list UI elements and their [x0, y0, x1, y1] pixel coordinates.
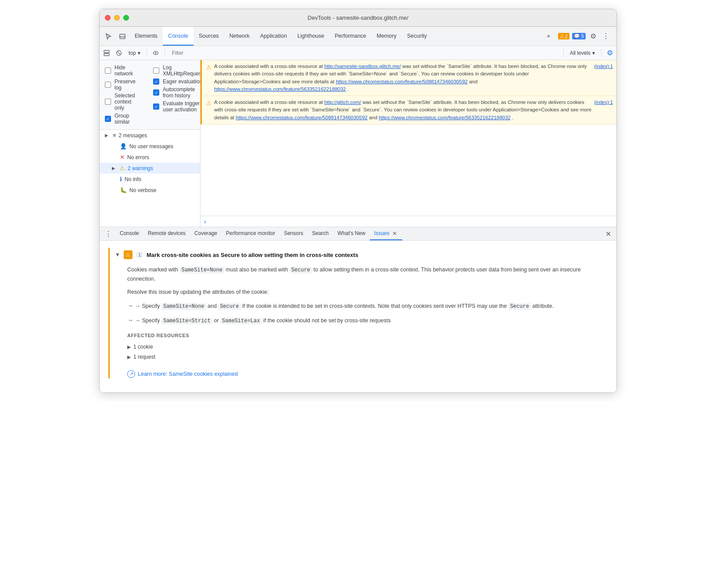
- issue-header[interactable]: ▼ ⚠ 1 Mark cross-site cookies as Secure …: [115, 248, 608, 262]
- close-button[interactable]: [105, 15, 111, 21]
- warn-link-2b[interactable]: https://www.chromestatus.com/feature/508…: [236, 115, 367, 120]
- messages-icon: ≡: [113, 132, 116, 139]
- autocomplete-history-checkbox[interactable]: [153, 89, 159, 96]
- tab-application[interactable]: Application: [255, 27, 292, 46]
- prompt-arrow: ›: [204, 218, 206, 225]
- tab-performance[interactable]: Performance: [329, 27, 372, 46]
- warn-link-2c[interactable]: https://www.chromestatus.com/feature/563…: [379, 115, 510, 120]
- option-eager-eval: Eager evaluation: [153, 78, 200, 86]
- filter-input[interactable]: [168, 50, 560, 56]
- log-xhr-checkbox[interactable]: [153, 68, 159, 74]
- maximize-button[interactable]: [123, 15, 129, 21]
- issue-count: 1: [136, 252, 143, 258]
- tab-lighthouse[interactable]: Lighthouse: [292, 27, 329, 46]
- group-similar-checkbox[interactable]: [105, 116, 111, 122]
- option-group-similar: Group similar: [105, 112, 136, 126]
- sidebar-expander-warnings: ▶: [112, 166, 117, 171]
- option-log-xhr: Log XMLHttpRequests: [153, 64, 200, 78]
- warn-link-2a[interactable]: http://glitch.com/: [324, 100, 361, 105]
- separator4: [601, 49, 601, 57]
- warn-source-2[interactable]: (index):1: [594, 99, 613, 106]
- eye-icon[interactable]: [150, 48, 161, 58]
- warn-triangle-icon-1: ⚠: [206, 63, 211, 72]
- bottom-section: ▼ ⚠ 1 Mark cross-site cookies as Secure …: [100, 241, 616, 392]
- sidebar-verbose[interactable]: 🐛 No verbose: [100, 185, 200, 196]
- warn-link-1c[interactable]: https://www.chromestatus.com/feature/563…: [214, 86, 346, 92]
- bottom-tab-search[interactable]: Search: [308, 227, 333, 240]
- tab-elements[interactable]: Elements: [129, 27, 163, 46]
- code-step1-secure2: Secure: [508, 303, 531, 310]
- sidebar-errors[interactable]: ✕ No errors: [100, 152, 200, 163]
- levels-select[interactable]: All levels ▾: [567, 49, 598, 57]
- tab-network[interactable]: Network: [224, 27, 255, 46]
- code-step2-lax: SameSite=Lax: [220, 317, 261, 324]
- settings-button[interactable]: ⚙: [588, 30, 598, 42]
- issue-expand-icon: ▼: [115, 252, 120, 258]
- bottom-tab-performance-monitor[interactable]: Performance monitor: [222, 227, 279, 240]
- bottom-tab-menu-icon[interactable]: ⋮: [101, 230, 115, 238]
- info-badge: 💬 5: [572, 33, 586, 39]
- code-samesite-none: SameSite=None: [180, 267, 225, 274]
- title-bar: DevTools - samesite-sandbox.glitch.me/: [100, 9, 616, 27]
- eager-eval-checkbox[interactable]: [153, 78, 159, 85]
- code-step2-strict: SameSite=Strict: [161, 317, 212, 324]
- sidebar-info[interactable]: ℹ No info: [100, 174, 200, 185]
- sidebar-user-messages[interactable]: 👤 No user messages: [100, 141, 200, 152]
- sidebar-messages[interactable]: ▶ ≡ 2 messages: [100, 130, 200, 141]
- affected-request[interactable]: ▶ 1 request: [127, 352, 608, 362]
- svg-line-5: [117, 51, 121, 55]
- tab-sources[interactable]: Sources: [193, 27, 224, 46]
- preserve-log-checkbox[interactable]: [105, 82, 111, 88]
- drawer-icon[interactable]: [115, 27, 129, 46]
- bottom-tab-console[interactable]: Console: [115, 227, 143, 240]
- warn-link-1b[interactable]: https://www.chromestatus.com/feature/508…: [336, 79, 467, 84]
- warning-message-1: ⚠ A cookie associated with a cross-site …: [200, 60, 616, 96]
- bottom-tab-remote-devices[interactable]: Remote devices: [143, 227, 190, 240]
- issues-panel: ▼ ⚠ 1 Mark cross-site cookies as Secure …: [100, 241, 616, 392]
- bottom-tab-bar: ⋮ Console Remote devices Coverage Perfor…: [100, 227, 616, 241]
- console-settings-icon[interactable]: ⚙: [605, 47, 615, 59]
- bottom-tab-whats-new[interactable]: What's New: [333, 227, 370, 240]
- context-selector[interactable]: top ▾: [126, 49, 143, 57]
- devtools-tab-bar: Elements Console Sources Network Applica…: [100, 27, 616, 46]
- tab-more[interactable]: »: [542, 33, 555, 40]
- issue-step-2: → → Specify SameSite=Strict or SameSite=…: [127, 315, 608, 325]
- separator: [147, 49, 147, 57]
- code-step1-samesite: SameSite=None: [161, 303, 206, 310]
- tab-memory[interactable]: Memory: [372, 27, 402, 46]
- option-eval-triggers: Evaluate triggers user activation: [153, 100, 200, 114]
- user-icon: 👤: [120, 143, 127, 150]
- bottom-tab-issues[interactable]: Issues ✕: [370, 227, 402, 240]
- option-preserve-log: Preserve log: [105, 78, 136, 92]
- option-selected-context: Selected context only: [105, 92, 136, 112]
- warning-icon: ⚠: [120, 165, 125, 171]
- affected-cookie[interactable]: ▶ 1 cookie: [127, 342, 608, 352]
- eval-triggers-checkbox[interactable]: [153, 103, 159, 110]
- separator2: [165, 49, 165, 57]
- layout-icon[interactable]: [101, 48, 112, 58]
- selected-context-checkbox[interactable]: [105, 99, 111, 105]
- bottom-tab-coverage[interactable]: Coverage: [190, 227, 222, 240]
- bottom-tab-sensors[interactable]: Sensors: [279, 227, 308, 240]
- cursor-icon[interactable]: [101, 27, 115, 46]
- console-input[interactable]: [209, 218, 613, 225]
- tab-console[interactable]: Console: [163, 27, 193, 46]
- warn-header-2: ⚠ A cookie associated with a cross-site …: [206, 99, 613, 121]
- warn-source-1[interactable]: (index):1: [594, 63, 613, 70]
- sidebar-warnings[interactable]: ▶ ⚠ 2 warnings: [100, 163, 200, 174]
- minimize-button[interactable]: [114, 15, 120, 21]
- devtools-window: DevTools - samesite-sandbox.glitch.me/ E…: [99, 9, 617, 393]
- issue-para-1: Cookies marked with SameSite=None must a…: [127, 265, 608, 283]
- code-secure: Secure: [290, 267, 312, 274]
- learn-more-link[interactable]: ↗ Learn more: SameSite cookies explained: [127, 370, 608, 378]
- issues-tab-close[interactable]: ✕: [391, 230, 398, 237]
- verbose-icon: 🐛: [120, 187, 127, 193]
- more-options-button[interactable]: ⋮: [601, 30, 611, 42]
- hide-network-checkbox[interactable]: [105, 68, 111, 74]
- warn-header-1: ⚠ A cookie associated with a cross-site …: [206, 63, 613, 93]
- close-drawer-button[interactable]: ✕: [602, 230, 615, 238]
- block-icon[interactable]: [114, 48, 124, 58]
- tab-security[interactable]: Security: [402, 27, 432, 46]
- options-area: Hide network Preserve log Selected conte…: [100, 60, 200, 130]
- warn-link-1a[interactable]: http://samesite-sandbox.glitch.me/: [324, 64, 401, 69]
